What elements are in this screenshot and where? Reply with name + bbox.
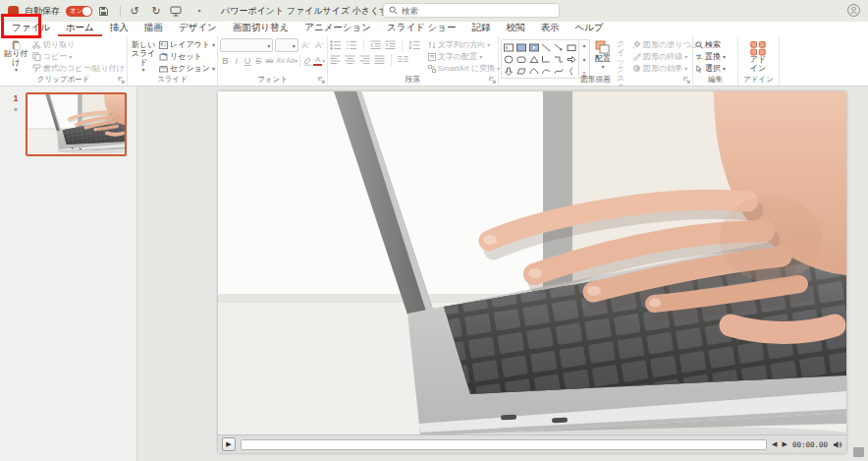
find-button[interactable]: 検索 — [695, 39, 726, 50]
tab-view[interactable]: 表示 — [533, 21, 568, 36]
new-slide-button[interactable]: 新しい スライド ▾ — [130, 38, 157, 74]
decrease-font-size-button[interactable]: Aˇ — [313, 39, 325, 52]
section-button[interactable]: セクション ▾ — [159, 63, 215, 74]
paste-dropdown-icon[interactable]: ▾ — [15, 67, 18, 74]
tab-slideshow[interactable]: スライド ショー — [379, 21, 463, 36]
align-left-icon[interactable] — [330, 55, 341, 65]
tab-file[interactable]: ファイル — [4, 21, 58, 36]
tab-home[interactable]: ホーム — [58, 21, 102, 36]
save-icon[interactable] — [98, 6, 114, 17]
columns-icon[interactable] — [398, 55, 408, 65]
account-icon[interactable] — [847, 4, 860, 17]
tab-insert[interactable]: 挿入 — [102, 21, 136, 36]
group-paragraph: 文字列の方向 ▾ 文字の配置 ▾ SmartArt に変換 ▾ 段落 — [328, 36, 499, 86]
convert-smartart-button[interactable]: SmartArt に変換 ▾ — [428, 63, 500, 74]
shape-textbox-icon[interactable] — [504, 43, 514, 52]
justify-icon[interactable] — [374, 55, 385, 65]
clipboard-dialog-launcher-icon[interactable] — [118, 77, 125, 84]
slide-canvas[interactable]: ▶ ◀ ▶ 00:00.00 — [218, 91, 846, 453]
volume-icon[interactable] — [833, 440, 842, 449]
text-shadow-button[interactable]: ab — [264, 54, 275, 67]
copy-button[interactable]: コピー ▾ — [32, 51, 125, 62]
redo-icon[interactable]: ↻ — [148, 4, 164, 18]
shape-right-arrow-icon[interactable] — [567, 55, 576, 64]
video-progress-bar[interactable] — [241, 439, 767, 450]
autosave-toggle[interactable]: オン — [66, 6, 92, 17]
tab-record[interactable]: 記録 — [464, 21, 499, 36]
new-slide-dropdown-icon[interactable]: ▾ — [142, 67, 145, 74]
increase-font-size-button[interactable]: Aˆ — [300, 39, 312, 52]
select-button[interactable]: 選択 ▾ — [695, 63, 726, 74]
shape-zigzag-icon[interactable] — [554, 55, 564, 64]
format-painter-button[interactable]: 書式のコピー/貼り付け — [32, 63, 125, 74]
change-case-button[interactable]: Aa▾ — [286, 54, 298, 67]
start-slideshow-icon[interactable] — [170, 6, 186, 17]
highlight-color-button[interactable] — [302, 54, 313, 67]
search-box[interactable] — [383, 3, 560, 18]
gallery-down-icon[interactable]: ▾ — [582, 56, 585, 63]
numbering-icon[interactable] — [346, 40, 357, 50]
scissors-icon — [32, 40, 41, 49]
group-label-clipboard: クリップボード — [0, 75, 127, 85]
scrollbar-thumb[interactable] — [853, 447, 864, 457]
tab-animations[interactable]: アニメーション — [297, 21, 379, 36]
text-direction-button[interactable]: 文字列の方向 ▾ — [428, 39, 500, 50]
align-center-icon[interactable] — [345, 55, 355, 65]
slide-editor-area: ▶ ◀ ▶ 00:00.00 — [137, 86, 868, 461]
align-right-icon[interactable] — [359, 55, 370, 65]
font-dialog-launcher-icon[interactable] — [318, 77, 325, 84]
format-painter-icon — [32, 64, 41, 73]
video-step-back-icon[interactable]: ◀ — [772, 440, 777, 448]
shape-media-icon[interactable] — [529, 43, 539, 52]
paste-button[interactable]: 貼り付け ▾ — [2, 38, 30, 74]
italic-button[interactable]: I — [231, 54, 242, 67]
font-size-combobox[interactable]: ▾ — [275, 38, 298, 52]
paragraph-dialog-launcher-icon[interactable] — [489, 77, 496, 84]
slide-thumbnail[interactable] — [26, 92, 127, 156]
arrange-button[interactable]: 配置 ▾ — [595, 38, 611, 74]
strikethrough-button[interactable]: S — [253, 54, 264, 67]
shape-rounded-rect-icon[interactable] — [516, 55, 526, 64]
cut-button[interactable]: 切り取り — [32, 39, 125, 50]
gallery-up-icon[interactable]: ▴ — [582, 41, 585, 48]
shape-line-icon[interactable] — [541, 43, 551, 52]
shape-gallery-scrollbar[interactable]: ▴ ▾ ≡ — [579, 39, 590, 79]
shape-elbow-icon[interactable] — [541, 55, 551, 64]
video-play-button[interactable]: ▶ — [222, 437, 236, 451]
tab-draw[interactable]: 描画 — [136, 21, 171, 36]
shape-vertical-textbox-icon[interactable] — [516, 43, 526, 52]
drawing-dialog-launcher-icon[interactable] — [683, 77, 690, 84]
arrange-dropdown-icon[interactable]: ▾ — [601, 64, 604, 71]
font-name-combobox[interactable]: ▾ — [220, 38, 273, 52]
shape-triangle-icon[interactable] — [529, 55, 539, 64]
bullets-icon[interactable] — [330, 40, 342, 50]
tab-help[interactable]: ヘルプ — [568, 21, 612, 36]
shape-oval-icon[interactable] — [504, 55, 514, 64]
align-text-button[interactable]: 文字の配置 ▾ — [428, 51, 500, 62]
search-input[interactable] — [402, 6, 554, 16]
quick-access-dropdown-icon[interactable]: ▾ — [191, 4, 207, 18]
line-spacing-icon[interactable] — [408, 40, 420, 50]
quick-styles-button[interactable]: クイック スタイル ▾ — [613, 38, 628, 74]
reset-button[interactable]: リセット — [159, 51, 215, 62]
video-step-forward-icon[interactable]: ▶ — [782, 440, 787, 448]
layout-button[interactable]: レイアウト ▾ — [159, 39, 215, 50]
shape-gallery[interactable] — [501, 39, 579, 79]
video-frame[interactable] — [218, 91, 846, 453]
increase-indent-icon[interactable] — [385, 40, 396, 50]
shape-arrow-icon[interactable] — [554, 43, 564, 52]
shape-rectangle-icon[interactable] — [567, 43, 576, 52]
tab-review[interactable]: 校閲 — [499, 21, 533, 36]
tab-design[interactable]: デザイン — [171, 21, 225, 36]
character-spacing-button[interactable]: AV — [275, 54, 286, 67]
bold-button[interactable]: B — [220, 54, 231, 67]
layout-dropdown-icon: ▾ — [212, 41, 215, 48]
animation-indicator-icon[interactable]: ✶ — [13, 106, 19, 114]
tab-transitions[interactable]: 画面切り替え — [225, 21, 297, 36]
undo-icon[interactable]: ↺ — [127, 4, 142, 18]
replace-button[interactable]: 置換 ▾ — [695, 51, 726, 62]
underline-button[interactable]: U — [242, 54, 252, 67]
decrease-indent-icon[interactable] — [370, 40, 381, 50]
addins-button[interactable]: アドイン — [740, 38, 776, 74]
font-color-button[interactable]: A ▾ — [313, 54, 325, 67]
